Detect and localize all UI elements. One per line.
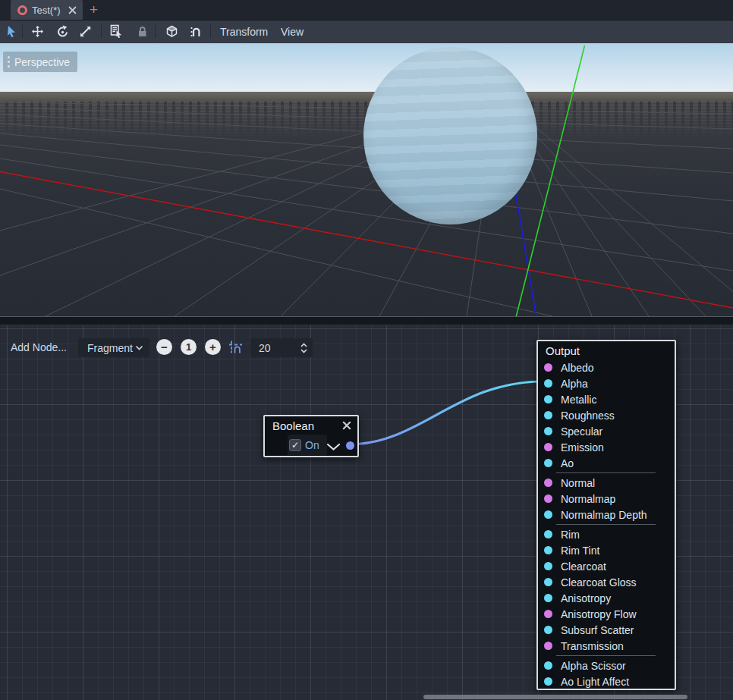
- lock-icon[interactable]: [134, 24, 149, 39]
- port-row: Clearcoat: [538, 558, 675, 574]
- port-row: Roughness: [538, 407, 675, 423]
- port-alpha-icon[interactable]: [544, 379, 552, 388]
- shader-graph-panel[interactable]: Add Node... Fragment − 1 + 20 Boo: [0, 325, 733, 700]
- port-row: Normalmap Depth: [538, 507, 675, 523]
- horizontal-scrollbar[interactable]: [423, 695, 687, 699]
- port-row: Alpha Scissor: [538, 658, 675, 673]
- port-row: Subsurf Scatter: [538, 622, 675, 638]
- port-row: Rim Tint: [538, 542, 675, 558]
- port-label: Specular: [561, 425, 602, 438]
- godot-editor-window: Test(*) +: [0, 0, 733, 700]
- port-roughness-icon[interactable]: [544, 411, 552, 419]
- rotate-tool-button[interactable]: [55, 24, 70, 39]
- port-clearcoat-icon[interactable]: [544, 562, 552, 570]
- port-label: Subsurf Scatter: [561, 624, 634, 636]
- list-select-tool-button[interactable]: [109, 24, 124, 39]
- transform-menu[interactable]: Transform: [220, 20, 268, 43]
- scale-tool-button[interactable]: [77, 24, 93, 39]
- port-row: Specular: [538, 423, 675, 439]
- port-label: Normal: [561, 477, 595, 489]
- tab-label: Test(*): [32, 5, 61, 16]
- port-label: Alpha Scissor: [561, 660, 626, 672]
- port-specular-icon[interactable]: [544, 427, 552, 435]
- boolean-node[interactable]: Boolean ✓ On: [263, 415, 359, 457]
- port-anisotropy-flow-icon[interactable]: [544, 610, 552, 618]
- view-menu[interactable]: View: [281, 20, 304, 43]
- port-label: Clearcoat Gloss: [561, 576, 637, 589]
- port-row: Ao: [538, 455, 675, 471]
- port-label: Transmission: [561, 640, 624, 652]
- port-ao-light-affect-icon[interactable]: [544, 677, 552, 686]
- port-row: Emission: [538, 439, 675, 455]
- port-normalmap-depth-icon[interactable]: [544, 510, 552, 519]
- sphere-mesh[interactable]: [363, 47, 537, 224]
- port-row: Metallic: [538, 391, 675, 407]
- port-label: Albedo: [561, 362, 594, 374]
- boolean-output-port[interactable]: [346, 441, 354, 450]
- port-label: Normalmap: [561, 493, 615, 505]
- port-row: Anisotropy Flow: [538, 606, 675, 622]
- scene-tab-bar: Test(*) +: [0, 0, 733, 20]
- port-rim-tint-icon[interactable]: [544, 546, 552, 554]
- boolean-node-title: Boolean: [272, 419, 314, 432]
- tab-close-icon[interactable]: [68, 6, 77, 14]
- output-ports: AlbedoAlphaMetallicRoughnessSpecularEmis…: [538, 359, 675, 689]
- grid-and-axes: [0, 43, 733, 316]
- viewport-3d[interactable]: Perspective: [0, 43, 733, 316]
- port-label: Ao: [561, 457, 574, 469]
- port-metallic-icon[interactable]: [544, 395, 552, 403]
- port-transmission-icon[interactable]: [544, 642, 552, 650]
- port-subsurf-scatter-icon[interactable]: [544, 626, 552, 634]
- expand-chevron-icon[interactable]: [326, 441, 341, 454]
- port-label: Emission: [561, 441, 604, 454]
- port-label: Metallic: [561, 394, 596, 406]
- select-tool-button[interactable]: [4, 24, 19, 39]
- port-anisotropy-icon[interactable]: [544, 594, 552, 602]
- port-label: Alpha: [561, 378, 588, 390]
- toolbar-separator: [101, 25, 102, 38]
- boolean-checkbox[interactable]: ✓: [289, 439, 301, 451]
- port-row: Normal: [538, 475, 675, 491]
- shader-resource-icon: [17, 5, 27, 15]
- panel-splitter[interactable]: [0, 316, 733, 325]
- port-row: Rim: [538, 526, 675, 542]
- toolbar-separator: [210, 25, 211, 38]
- perspective-button[interactable]: Perspective: [3, 52, 77, 72]
- port-label: Rim: [561, 529, 580, 541]
- port-row: Ao Light Affect: [538, 673, 675, 689]
- port-emission-icon[interactable]: [544, 443, 552, 451]
- port-alpha-scissor-icon[interactable]: [544, 661, 552, 670]
- y-axis-line: [516, 46, 584, 316]
- move-tool-button[interactable]: [30, 24, 45, 39]
- port-rim-icon[interactable]: [544, 530, 552, 538]
- port-label: Ao Light Affect: [561, 676, 629, 688]
- drag-handle-icon: [8, 56, 10, 67]
- toolbar-separator: [155, 25, 156, 38]
- boolean-value-box: ✓ On: [288, 435, 327, 455]
- port-row: Albedo: [538, 359, 675, 375]
- spatial-toolbar: Transform View: [0, 20, 733, 44]
- port-row: Transmission: [538, 638, 675, 654]
- port-label: Normalmap Depth: [561, 509, 647, 521]
- port-label: Rim Tint: [561, 545, 599, 557]
- boolean-value-label: On: [305, 439, 319, 451]
- group-cube-button[interactable]: [164, 24, 179, 39]
- output-node[interactable]: Output AlbedoAlphaMetallicRoughnessSpecu…: [536, 340, 676, 690]
- port-albedo-icon[interactable]: [544, 363, 552, 372]
- new-tab-button[interactable]: +: [83, 0, 105, 20]
- port-row: Alpha: [538, 375, 675, 391]
- port-label: Clearcoat: [561, 560, 606, 573]
- tab-test[interactable]: Test(*): [11, 0, 83, 20]
- port-normal-icon[interactable]: [544, 479, 552, 487]
- toolbar-separator: [22, 25, 23, 38]
- port-row: Clearcoat Gloss: [538, 574, 675, 590]
- x-axis-line: [0, 172, 733, 309]
- port-clearcoat-gloss-icon[interactable]: [544, 578, 552, 586]
- port-row: Normalmap: [538, 491, 675, 507]
- output-node-title: Output: [546, 344, 580, 357]
- snap-magnet-button[interactable]: [188, 24, 203, 39]
- port-ao-icon[interactable]: [544, 459, 552, 467]
- node-close-icon[interactable]: [342, 419, 351, 432]
- port-normalmap-icon[interactable]: [544, 494, 552, 503]
- port-label: Anisotropy Flow: [561, 608, 637, 620]
